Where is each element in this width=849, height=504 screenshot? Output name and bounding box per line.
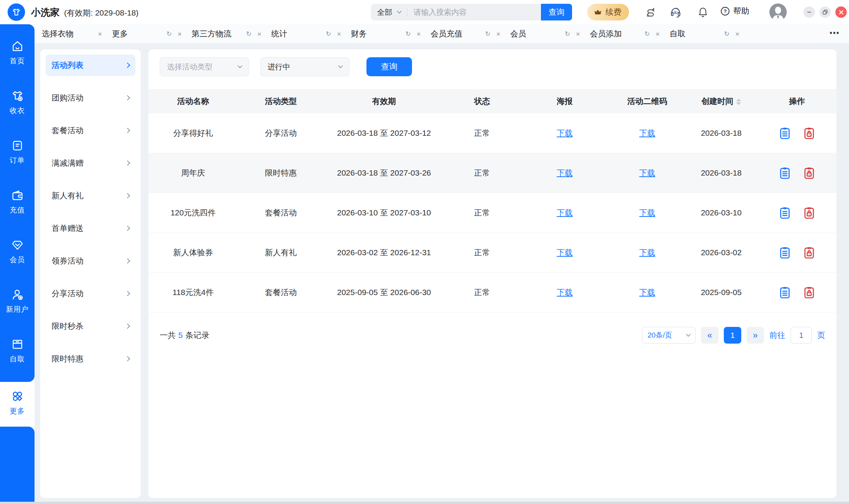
tab-refresh-icon[interactable]: ↻ xyxy=(167,31,172,37)
renew-button[interactable]: 续费 xyxy=(587,4,629,20)
poster-download-link[interactable]: 下载 xyxy=(557,288,572,297)
tab-more[interactable]: 更多 ↻ × xyxy=(112,28,192,39)
store-swap-icon[interactable] xyxy=(644,6,657,19)
help-button[interactable]: ? 帮助 xyxy=(720,6,749,16)
tab-finance[interactable]: 财务 ↻ × xyxy=(351,28,431,39)
submenu-item-package[interactable]: 套餐活动 xyxy=(46,120,135,141)
submenu-item-activity-list[interactable]: 活动列表 xyxy=(46,55,135,76)
next-page-button[interactable]: » xyxy=(747,327,764,344)
ai-service-headset-icon[interactable]: Ai xyxy=(669,6,682,19)
submenu-item-first-order-gift[interactable]: 首单赠送 xyxy=(46,218,135,239)
query-button[interactable]: 查询 xyxy=(366,57,412,76)
lock-activity-icon[interactable] xyxy=(802,245,816,260)
cell-validity: 2026-03-18 至 2027-03-12 xyxy=(324,113,444,153)
detail-clipboard-icon[interactable] xyxy=(778,166,792,180)
sort-carets[interactable] xyxy=(736,99,741,105)
submenu-item-group-buy[interactable]: 团购活动 xyxy=(46,87,135,108)
tab-close-icon[interactable]: × xyxy=(337,30,341,38)
minimize-button[interactable] xyxy=(803,6,815,18)
tab-refresh-icon[interactable]: ↻ xyxy=(326,31,331,37)
lock-activity-icon[interactable] xyxy=(802,126,816,140)
submenu-item-label: 活动列表 xyxy=(52,60,83,71)
tab-close-icon[interactable]: × xyxy=(496,30,500,38)
tab-close-icon[interactable]: × xyxy=(178,30,182,38)
cell-activity-name: 周年庆 xyxy=(148,153,238,193)
sidebar-item-recharge[interactable]: 充值 xyxy=(0,183,35,233)
lock-activity-icon[interactable] xyxy=(802,166,816,180)
sidebar-item-orders[interactable]: 订单 xyxy=(0,133,35,183)
tab-close-icon[interactable]: × xyxy=(257,30,261,38)
tab-member[interactable]: 会员 ↻ × xyxy=(510,28,590,39)
search-scope-select[interactable]: 全部 xyxy=(371,7,407,17)
search-input[interactable] xyxy=(407,4,541,20)
tab-close-icon[interactable]: × xyxy=(576,30,580,38)
qrcode-download-link[interactable]: 下载 xyxy=(639,168,655,177)
submenu-item-full-reduction[interactable]: 满减满赠 xyxy=(46,152,135,174)
tab-third-party-logistics[interactable]: 第三方物流 ↻ × xyxy=(192,28,271,39)
tab-refresh-icon[interactable]: ↻ xyxy=(485,31,491,37)
user-plus-icon xyxy=(11,288,24,301)
tab-member-add[interactable]: 会员添加 ↻ × xyxy=(590,28,670,39)
submenu-item-limited-time-offer[interactable]: 限时特惠 xyxy=(46,348,135,369)
cell-validity: 2026-03-18 至 2027-03-26 xyxy=(324,153,444,193)
lock-activity-icon[interactable] xyxy=(802,206,816,220)
tab-select-clothes[interactable]: 选择衣物 × xyxy=(42,28,112,39)
sidebar-item-label: 会员 xyxy=(10,255,25,265)
submenu-item-share[interactable]: 分享活动 xyxy=(46,283,135,304)
current-page-button[interactable]: 1 xyxy=(724,327,741,344)
chevron-down-icon xyxy=(686,332,691,337)
poster-download-link[interactable]: 下载 xyxy=(557,129,572,137)
tab-close-icon[interactable]: × xyxy=(735,30,739,38)
sidebar-item-receive-clothes[interactable]: 收衣 xyxy=(0,84,35,133)
tab-refresh-icon[interactable]: ↻ xyxy=(246,31,252,37)
lock-activity-icon[interactable] xyxy=(802,285,816,300)
notification-bell-icon[interactable] xyxy=(696,6,709,19)
activity-type-select[interactable]: 选择活动类型 xyxy=(160,57,249,76)
detail-clipboard-icon[interactable] xyxy=(778,126,792,140)
search-button[interactable]: 查询 xyxy=(541,4,572,20)
goto-page-input[interactable] xyxy=(791,327,812,344)
tab-refresh-icon[interactable]: ↻ xyxy=(645,31,650,37)
cell-activity-type: 新人有礼 xyxy=(238,233,324,273)
qrcode-download-link[interactable]: 下载 xyxy=(639,208,655,217)
poster-download-link[interactable]: 下载 xyxy=(557,248,572,257)
sidebar-item-new-user[interactable]: 新用户 xyxy=(0,283,35,332)
sidebar-item-home[interactable]: 首页 xyxy=(0,34,35,84)
sidebar-item-member[interactable]: 会员 xyxy=(0,233,35,283)
tab-self-pickup[interactable]: 自取 ↻ × xyxy=(670,28,749,39)
sidebar-top-group: 首页 收衣 订单 xyxy=(0,24,35,382)
detail-clipboard-icon[interactable] xyxy=(778,245,792,260)
tab-refresh-icon[interactable]: ↻ xyxy=(724,31,730,37)
sidebar-item-label: 收衣 xyxy=(10,106,25,116)
qrcode-download-link[interactable]: 下载 xyxy=(639,248,655,257)
pickup-box-icon xyxy=(11,338,24,351)
sidebar-item-more[interactable]: 更多 xyxy=(0,382,35,427)
poster-download-link[interactable]: 下载 xyxy=(557,208,572,217)
cell-status: 正常 xyxy=(444,113,520,153)
restore-window-button[interactable] xyxy=(819,6,831,18)
tab-refresh-icon[interactable]: ↻ xyxy=(565,31,570,37)
qrcode-download-link[interactable]: 下载 xyxy=(639,288,655,297)
detail-clipboard-icon[interactable] xyxy=(778,285,792,300)
close-window-button[interactable] xyxy=(835,6,847,18)
tab-refresh-icon[interactable]: ↻ xyxy=(406,31,411,37)
tab-close-icon[interactable]: × xyxy=(656,30,660,38)
tab-overflow-button[interactable]: ⋯ xyxy=(829,27,839,39)
sidebar-item-self-pickup[interactable]: 自取 xyxy=(0,332,35,382)
tab-close-icon[interactable]: × xyxy=(98,30,102,38)
activity-status-select[interactable]: 进行中 xyxy=(260,57,349,76)
tab-statistics[interactable]: 统计 ↻ × xyxy=(271,28,351,39)
submenu-item-coupon[interactable]: 领券活动 xyxy=(46,250,135,272)
page-size-select[interactable]: 20条/页 xyxy=(642,327,696,344)
submenu-item-newcomer-gift[interactable]: 新人有礼 xyxy=(46,185,135,206)
tab-close-icon[interactable]: × xyxy=(417,30,421,38)
prev-page-button[interactable]: « xyxy=(701,327,719,344)
detail-clipboard-icon[interactable] xyxy=(778,206,792,220)
page-unit-label: 页 xyxy=(817,330,825,341)
avatar[interactable] xyxy=(769,3,787,21)
vip-diamond-icon xyxy=(11,238,24,252)
poster-download-link[interactable]: 下载 xyxy=(557,168,572,177)
tab-member-recharge[interactable]: 会员充值 ↻ × xyxy=(431,28,510,39)
qrcode-download-link[interactable]: 下载 xyxy=(639,129,655,137)
submenu-item-flash-sale[interactable]: 限时秒杀 xyxy=(46,316,135,337)
